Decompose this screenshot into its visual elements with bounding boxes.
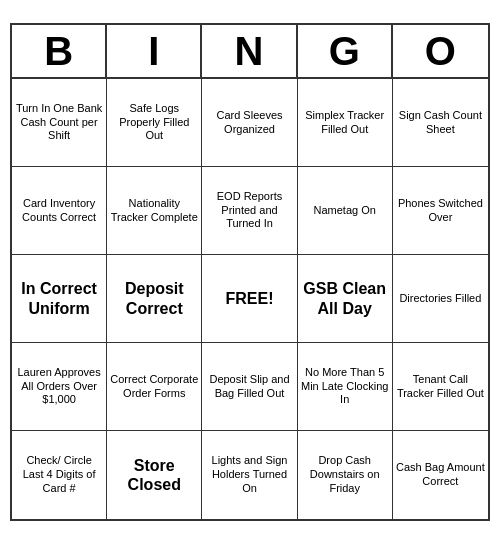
- bingo-cell-20: Check/ Circle Last 4 Digits of Card #: [12, 431, 107, 519]
- bingo-cell-12: FREE!: [202, 255, 297, 343]
- bingo-cell-21: Store Closed: [107, 431, 202, 519]
- bingo-cell-0: Turn In One Bank Cash Count per Shift: [12, 79, 107, 167]
- bingo-cell-7: EOD Reports Printed and Turned In: [202, 167, 297, 255]
- bingo-cell-13: GSB Clean All Day: [298, 255, 393, 343]
- bingo-cell-3: Simplex Tracker Filled Out: [298, 79, 393, 167]
- bingo-cell-1: Safe Logs Properly Filled Out: [107, 79, 202, 167]
- bingo-letter-i: I: [107, 25, 202, 77]
- bingo-cell-5: Card Inventory Counts Correct: [12, 167, 107, 255]
- bingo-cell-6: Nationality Tracker Complete: [107, 167, 202, 255]
- bingo-grid: Turn In One Bank Cash Count per ShiftSaf…: [12, 79, 488, 519]
- bingo-cell-10: In Correct Uniform: [12, 255, 107, 343]
- bingo-cell-17: Deposit Slip and Bag Filled Out: [202, 343, 297, 431]
- bingo-cell-22: Lights and Sign Holders Turned On: [202, 431, 297, 519]
- bingo-card: BINGO Turn In One Bank Cash Count per Sh…: [10, 23, 490, 521]
- bingo-letter-o: O: [393, 25, 488, 77]
- bingo-letter-g: G: [298, 25, 393, 77]
- bingo-cell-4: Sign Cash Count Sheet: [393, 79, 488, 167]
- bingo-cell-11: Deposit Correct: [107, 255, 202, 343]
- bingo-cell-14: Directories Filled: [393, 255, 488, 343]
- bingo-letter-b: B: [12, 25, 107, 77]
- bingo-header: BINGO: [12, 25, 488, 79]
- bingo-letter-n: N: [202, 25, 297, 77]
- bingo-cell-2: Card Sleeves Organized: [202, 79, 297, 167]
- bingo-cell-24: Cash Bag Amount Correct: [393, 431, 488, 519]
- bingo-cell-23: Drop Cash Downstairs on Friday: [298, 431, 393, 519]
- bingo-cell-18: No More Than 5 Min Late Clocking In: [298, 343, 393, 431]
- bingo-cell-16: Correct Corporate Order Forms: [107, 343, 202, 431]
- bingo-cell-8: Nametag On: [298, 167, 393, 255]
- bingo-cell-15: Lauren Approves All Orders Over $1,000: [12, 343, 107, 431]
- bingo-cell-19: Tenant Call Tracker Filled Out: [393, 343, 488, 431]
- bingo-cell-9: Phones Switched Over: [393, 167, 488, 255]
